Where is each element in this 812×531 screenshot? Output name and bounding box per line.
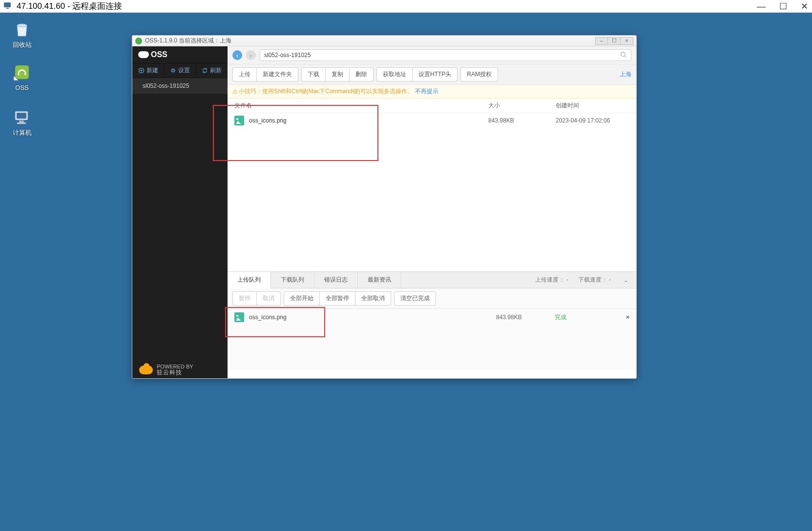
download-button[interactable]: 下载 bbox=[301, 67, 326, 82]
toolbar: 上传 新建文件夹 下载 复制 删除 获取地址 设置HTTP头 RAM授权 上海 bbox=[228, 64, 636, 85]
tab-error-log[interactable]: 错误日志 bbox=[314, 272, 358, 288]
up-speed-label: 上传速度： bbox=[535, 276, 564, 283]
rdp-title-bar: 47.100.41.60 - 远程桌面连接 — ☐ ✕ bbox=[0, 0, 812, 13]
oss-title-bar: OSS-1.1.9.0 当前选择区域：上海 – ☐ × bbox=[132, 36, 636, 46]
menu-settings[interactable]: 设置 bbox=[164, 63, 196, 78]
q-cancel-all-button[interactable]: 全部取消 bbox=[355, 291, 391, 306]
path-bar: ‹ › sl052-oss-191025 bbox=[228, 46, 636, 64]
menu-refresh[interactable]: 刷新 bbox=[196, 63, 228, 78]
plus-circle-icon bbox=[138, 67, 145, 74]
oss-title-text: OSS-1.1.9.0 当前选择区域：上海 bbox=[145, 37, 231, 45]
search-icon[interactable] bbox=[620, 51, 627, 60]
desktop-icon-label: 计算机 bbox=[5, 129, 39, 137]
svg-rect-5 bbox=[19, 121, 24, 123]
svg-rect-4 bbox=[17, 113, 26, 119]
oss-app-icon bbox=[135, 38, 142, 44]
col-name[interactable]: 文件名 bbox=[234, 102, 488, 110]
queue-remove-button[interactable]: × bbox=[604, 314, 629, 321]
maximize-icon[interactable]: ☐ bbox=[779, 2, 787, 11]
file-row[interactable]: oss_icons.png 843.98KB 2023-04-09 17:02:… bbox=[228, 113, 636, 128]
path-input[interactable]: sl052-oss-191025 bbox=[260, 49, 631, 61]
get-url-button[interactable]: 获取地址 bbox=[376, 67, 413, 82]
upload-button[interactable]: 上传 bbox=[232, 67, 257, 82]
footer-company: 驻云科技 bbox=[157, 369, 182, 376]
oss-window: OSS-1.1.9.0 当前选择区域：上海 – ☐ × OSS 新建 设置 bbox=[132, 35, 637, 379]
desktop-icon-label: OSS bbox=[5, 84, 39, 92]
image-file-icon bbox=[234, 116, 244, 125]
menu-label: 刷新 bbox=[210, 66, 222, 75]
q-clear-done-button[interactable]: 清空已完成 bbox=[394, 291, 436, 306]
minimize-icon[interactable]: — bbox=[757, 2, 766, 11]
nav-back-button[interactable]: ‹ bbox=[232, 50, 242, 60]
region-link[interactable]: 上海 bbox=[620, 70, 631, 79]
queue-list: oss_icons.png 843.98KB 完成 × bbox=[228, 309, 636, 369]
up-speed-value: - bbox=[566, 276, 568, 283]
queue-tabs: 上传队列 下载队列 错误日志 最新资讯 上传速度： - 下载速度： - ⌄ bbox=[228, 272, 636, 288]
down-speed-value: - bbox=[609, 276, 611, 283]
maximize-icon[interactable]: ☐ bbox=[608, 37, 621, 45]
computer-icon bbox=[12, 107, 32, 127]
desktop-icon-label: 回收站 bbox=[5, 41, 39, 49]
tab-news[interactable]: 最新资讯 bbox=[358, 272, 401, 288]
queue-toolbar: 暂停 取消 全部开始 全部暂停 全部取消 清空已完成 bbox=[228, 288, 636, 309]
copy-button[interactable]: 复制 bbox=[326, 67, 350, 82]
svg-rect-1 bbox=[15, 65, 29, 79]
queue-row[interactable]: oss_icons.png 843.98KB 完成 × bbox=[228, 309, 636, 326]
q-pause-button[interactable]: 暂停 bbox=[232, 291, 257, 306]
col-time[interactable]: 创建时间 bbox=[556, 102, 629, 110]
brand-text: OSS bbox=[151, 50, 167, 59]
file-size: 843.98KB bbox=[488, 117, 556, 124]
desktop-icon-oss[interactable]: OSS bbox=[5, 62, 39, 92]
set-http-button[interactable]: 设置HTTP头 bbox=[413, 67, 458, 82]
warn-icon: ⚠ bbox=[232, 88, 238, 95]
sidebar-brand: OSS bbox=[132, 46, 228, 63]
table-header: 文件名 大小 创建时间 bbox=[228, 99, 636, 113]
bottom-panel: 上传队列 下载队列 错误日志 最新资讯 上传速度： - 下载速度： - ⌄ 暂停… bbox=[228, 271, 636, 369]
sidebar-menu: 新建 设置 刷新 bbox=[132, 63, 228, 78]
tip-text: 小技巧：使用Shift和Ctrl键(Mac下Command键)可以实现多选操作。 bbox=[239, 87, 413, 96]
queue-file-name: oss_icons.png bbox=[249, 314, 287, 321]
recycle-bin-icon bbox=[12, 20, 32, 39]
oss-shortcut-icon bbox=[12, 62, 32, 82]
path-value: sl052-oss-191025 bbox=[264, 52, 311, 59]
q-cancel-button[interactable]: 取消 bbox=[257, 291, 281, 306]
file-name: oss_icons.png bbox=[249, 117, 287, 124]
desktop-icon-recycle-bin[interactable]: 回收站 bbox=[5, 20, 39, 49]
nav-forward-button[interactable]: › bbox=[246, 50, 256, 60]
close-icon[interactable]: ✕ bbox=[801, 2, 808, 11]
tab-download-queue[interactable]: 下载队列 bbox=[271, 272, 314, 288]
main-area: ‹ › sl052-oss-191025 上传 新建文件夹 下载 复制 bbox=[228, 46, 636, 378]
queue-status: 完成 bbox=[555, 313, 604, 322]
file-time: 2023-04-09 17:02:06 bbox=[556, 117, 629, 124]
file-list: oss_icons.png 843.98KB 2023-04-09 17:02:… bbox=[228, 113, 636, 271]
svg-point-0 bbox=[17, 24, 27, 27]
image-file-icon bbox=[234, 312, 244, 322]
tip-dismiss-link[interactable]: 不再提示 bbox=[415, 87, 438, 96]
sidebar-bucket-item[interactable]: sl052-oss-191025 bbox=[132, 78, 228, 94]
desktop-icon-computer[interactable]: 计算机 bbox=[5, 107, 39, 137]
queue-file-size: 843.98KB bbox=[496, 314, 555, 321]
down-speed-label: 下载速度： bbox=[578, 276, 607, 283]
ram-auth-button[interactable]: RAM授权 bbox=[460, 67, 498, 82]
close-icon[interactable]: × bbox=[621, 37, 633, 45]
delete-button[interactable]: 删除 bbox=[350, 67, 374, 82]
menu-label: 设置 bbox=[178, 66, 190, 75]
menu-new[interactable]: 新建 bbox=[132, 63, 164, 78]
sidebar: OSS 新建 设置 刷新 sl052-oss-191025 bbox=[132, 46, 228, 378]
svg-point-9 bbox=[621, 52, 625, 56]
q-pause-all-button[interactable]: 全部暂停 bbox=[320, 291, 355, 306]
refresh-icon bbox=[202, 67, 208, 74]
cloud-icon bbox=[138, 51, 149, 58]
menu-label: 新建 bbox=[146, 66, 158, 75]
col-size[interactable]: 大小 bbox=[488, 102, 556, 110]
q-start-all-button[interactable]: 全部开始 bbox=[284, 291, 320, 306]
svg-rect-6 bbox=[17, 123, 26, 124]
new-folder-button[interactable]: 新建文件夹 bbox=[257, 67, 298, 82]
speed-info: 上传速度： - 下载速度： - ⌄ bbox=[535, 276, 636, 284]
tab-upload-queue[interactable]: 上传队列 bbox=[228, 272, 271, 288]
chevron-down-icon[interactable]: ⌄ bbox=[621, 277, 631, 284]
sidebar-footer: POWERED BY 驻云科技 bbox=[132, 362, 228, 378]
gear-icon bbox=[170, 67, 176, 74]
minimize-icon[interactable]: – bbox=[595, 37, 608, 45]
tip-bar: ⚠ 小技巧：使用Shift和Ctrl键(Mac下Command键)可以实现多选操… bbox=[228, 85, 636, 99]
